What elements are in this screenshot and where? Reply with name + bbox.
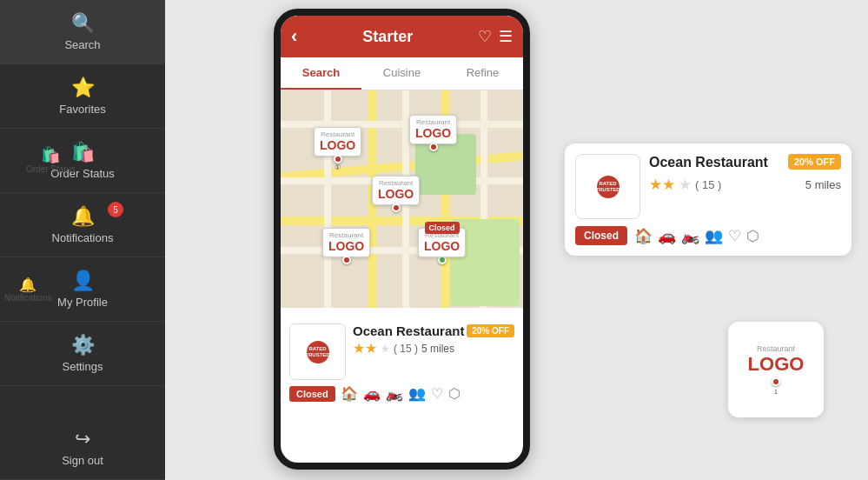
- pin-dot-2: [429, 143, 438, 151]
- fav-heart-icon[interactable]: ♡: [431, 385, 443, 402]
- right-group-icon: 👥: [705, 227, 723, 245]
- right-takeout-icon: 🚗: [658, 227, 676, 245]
- map-area[interactable]: Restaurant LOGO ① Restaurant LOGO Restau…: [281, 90, 523, 308]
- pin-dot-1: [334, 155, 342, 163]
- dine-in-icon: 🏠: [341, 385, 358, 402]
- small-logo-text: LOGO: [748, 353, 805, 376]
- map-logo-box-5: Restaurant LOGO: [322, 228, 370, 257]
- right-rating-count: ( 15 ): [695, 178, 721, 191]
- restaurant-name-row: Ocean Restaurant 20% OFF: [353, 323, 514, 338]
- sidebar-item-label: Sign out: [62, 454, 103, 467]
- phone-title: Starter: [362, 28, 413, 46]
- phone-header: ‹ Starter ♡ ☰: [281, 16, 523, 57]
- sidebar-item-label: My Profile: [57, 296, 108, 309]
- sidebar-item-signout[interactable]: ↪ Sign out: [0, 416, 165, 480]
- restaurant-info: Ocean Restaurant 20% OFF ★★★ ( 15 ) 5 mi…: [353, 323, 514, 357]
- float-notifications: 🔔 Notifications: [4, 277, 51, 303]
- search-icon: 🔍: [71, 12, 95, 35]
- menu-icon[interactable]: ☰: [499, 27, 513, 46]
- notification-badge: 5: [108, 202, 123, 217]
- sidebar: 🔍 Search ⭐ Favorites 🛍️ Order Status 🔔 5…: [0, 0, 165, 480]
- right-closed-badge: Closed: [575, 226, 627, 245]
- heart-icon[interactable]: ♡: [478, 27, 492, 46]
- right-card-top: RATEDTRUSTED Ocean Restaurant 20% OFF ★★…: [575, 154, 841, 219]
- sidebar-item-settings[interactable]: ⚙️ Settings: [0, 322, 165, 386]
- map-closed-badge: Closed: [425, 222, 460, 234]
- map-logo-box-1: Restaurant LOGO: [314, 127, 361, 157]
- map-pin-1[interactable]: Restaurant LOGO ①: [314, 127, 361, 171]
- small-logo-inner: Restaurant LOGO 1: [748, 344, 805, 396]
- sidebar-item-label: Search: [64, 38, 100, 51]
- stars: ★★: [353, 340, 377, 357]
- right-fav-heart-icon[interactable]: ♡: [728, 227, 741, 245]
- map-pin-2[interactable]: Restaurant LOGO: [409, 115, 457, 151]
- right-restaurant-name: Ocean Restaurant: [649, 154, 768, 172]
- rating-count: ( 15 ): [394, 343, 418, 355]
- sidebar-item-notifications[interactable]: 🔔 5 Notifications: [0, 193, 165, 257]
- sidebar-item-label: Notifications: [52, 231, 114, 244]
- restaurant-bottom: Closed 🏠 🚗 🏍️ 👥 ♡ ⬡: [289, 385, 514, 402]
- right-amenity-icons: 🏠 🚗 🏍️ 👥 ♡ ⬡: [634, 227, 759, 245]
- sidebar-item-search[interactable]: 🔍 Search: [0, 0, 165, 64]
- small-logo-box[interactable]: Restaurant LOGO 1: [728, 322, 824, 417]
- distance: 5 miles: [421, 343, 454, 355]
- sidebar-item-label: Settings: [63, 360, 103, 373]
- trusted-badge: RATEDTRUSTED: [305, 339, 331, 365]
- right-restaurant-info: Ocean Restaurant 20% OFF ★★ ★ ( 15 ) 5 m…: [649, 154, 841, 194]
- map-pin-3[interactable]: Restaurant LOGO: [372, 176, 420, 212]
- share-icon[interactable]: ⬡: [448, 385, 461, 402]
- group-icon: 👥: [408, 385, 426, 402]
- sidebar-item-order-status[interactable]: 🛍️ Order Status: [0, 129, 165, 193]
- right-rating-row: ★★ ★ ( 15 ) 5 miles: [649, 176, 841, 194]
- right-restaurant-logo: RATEDTRUSTED: [575, 154, 640, 219]
- right-share-icon[interactable]: ⬡: [746, 227, 759, 245]
- restaurant-discount: 20% OFF: [467, 324, 514, 337]
- sidebar-item-favorites[interactable]: ⭐ Favorites: [0, 64, 165, 129]
- right-discount-badge: 20% OFF: [788, 154, 841, 170]
- restaurant-logo: RATEDTRUSTED: [289, 323, 346, 380]
- map-pin-4[interactable]: Closed Restaurant LOGO: [418, 228, 466, 264]
- signout-icon: ↪: [75, 428, 90, 450]
- takeout-icon: 🚗: [363, 385, 381, 402]
- rating-row: ★★★ ( 15 ) 5 miles: [353, 340, 514, 357]
- right-name-row: Ocean Restaurant 20% OFF: [649, 154, 841, 172]
- small-pin-number: 1: [774, 388, 778, 396]
- right-bottom: Closed 🏠 🚗 🏍️ 👥 ♡ ⬡: [575, 226, 841, 245]
- amenity-icons: 🏠 🚗 🏍️ 👥 ♡ ⬡: [341, 385, 461, 402]
- restaurant-top: RATEDTRUSTED Ocean Restaurant 20% OFF ★★…: [289, 323, 514, 380]
- pin-dot-3: [392, 203, 401, 212]
- phone-frame: ‹ Starter ♡ ☰ Search Cuisine Refine: [274, 9, 530, 470]
- restaurant-card: RATEDTRUSTED Ocean Restaurant 20% OFF ★★…: [289, 317, 514, 409]
- back-button[interactable]: ‹: [291, 25, 297, 48]
- delivery-icon: 🏍️: [386, 385, 403, 402]
- right-delivery-icon: 🏍️: [681, 227, 699, 245]
- right-restaurant-card: RATEDTRUSTED Ocean Restaurant 20% OFF ★★…: [565, 143, 851, 256]
- sidebar-item-label: Favorites: [59, 103, 105, 116]
- header-icons: ♡ ☰: [478, 27, 513, 46]
- right-trusted-badge: RATEDTRUSTED: [595, 174, 621, 200]
- tab-cuisine[interactable]: Cuisine: [361, 57, 442, 90]
- map-logo-box-4: Closed Restaurant LOGO: [418, 228, 466, 257]
- map-logo-box-2: Restaurant LOGO: [409, 115, 457, 144]
- map-pin-5[interactable]: Restaurant LOGO: [322, 228, 370, 264]
- pin-dot-5: [342, 256, 351, 264]
- restaurant-list: RATEDTRUSTED Ocean Restaurant 20% OFF ★★…: [281, 308, 523, 417]
- tab-bar: Search Cuisine Refine: [281, 57, 523, 90]
- map-logo-box-3: Restaurant LOGO: [372, 176, 420, 205]
- small-pin-dot: [772, 377, 780, 386]
- settings-icon: ⚙️: [71, 334, 95, 357]
- tab-search[interactable]: Search: [281, 57, 361, 90]
- closed-badge: Closed: [289, 386, 335, 402]
- float-order-status: 🛍️ Order Status: [26, 145, 76, 174]
- profile-icon: 👤: [71, 270, 95, 292]
- notifications-icon: 🔔: [71, 205, 95, 228]
- right-distance: 5 miles: [805, 178, 841, 191]
- restaurant-name: Ocean Restaurant: [353, 323, 464, 338]
- right-stars: ★★: [649, 176, 675, 194]
- favorites-icon: ⭐: [71, 77, 95, 99]
- tab-refine[interactable]: Refine: [442, 57, 523, 90]
- small-logo-label: Restaurant: [757, 344, 795, 353]
- right-dine-in-icon: 🏠: [634, 227, 653, 245]
